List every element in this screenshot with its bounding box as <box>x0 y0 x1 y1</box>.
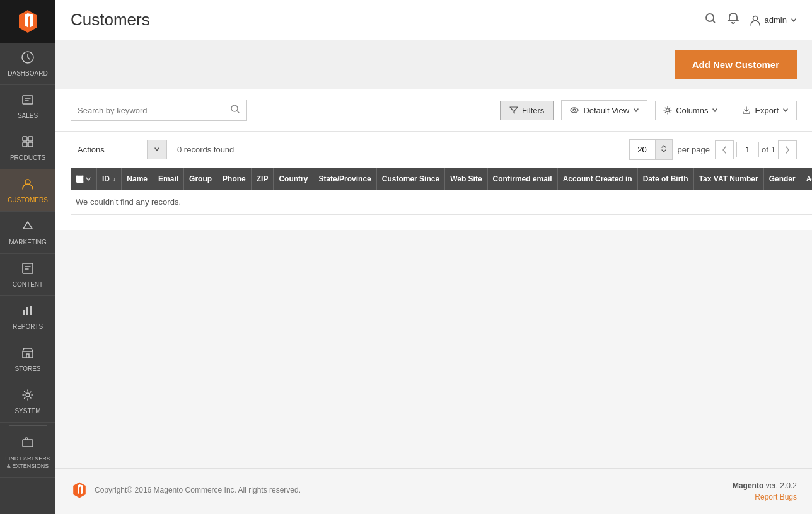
magento-logo-icon <box>15 9 40 34</box>
grid-toolbar: Filters Default View Columns Export <box>55 89 812 132</box>
svg-rect-7 <box>23 263 33 273</box>
sidebar-item-content-label: CONTENT <box>13 281 43 288</box>
sidebar-item-products-label: PRODUCTS <box>10 154 45 161</box>
marketing-icon <box>21 219 35 236</box>
sidebar-item-dashboard[interactable]: DASHBOARD <box>0 43 55 85</box>
sidebar-item-marketing[interactable]: MARKETING <box>0 212 55 254</box>
total-pages: 1 <box>771 145 775 154</box>
th-confirmed-email[interactable]: Confirmed email <box>487 168 557 190</box>
svg-point-12 <box>26 393 30 397</box>
th-tax-vat[interactable]: Tax VAT Number <box>693 168 763 190</box>
actions-dropdown-button[interactable] <box>147 140 166 159</box>
svg-rect-1 <box>23 96 33 104</box>
sidebar-item-customers[interactable]: CUSTOMERS <box>0 169 55 212</box>
th-state[interactable]: State/Province <box>313 168 376 190</box>
th-group[interactable]: Group <box>184 168 218 190</box>
sidebar-item-find-partners[interactable]: FIND PARTNERS & EXTENSIONS <box>0 428 55 478</box>
checkbox-arrow-icon[interactable] <box>85 176 91 182</box>
th-id[interactable]: ID ↓ <box>97 168 122 190</box>
pagination-controls: 20 per page 1 of 1 <box>629 139 797 160</box>
actions-select-wrapper: Actions <box>71 140 167 159</box>
th-gender[interactable]: Gender <box>763 168 801 190</box>
th-date-of-birth[interactable]: Date of Birth <box>637 168 693 190</box>
default-view-button[interactable]: Default View <box>561 100 647 120</box>
content-icon <box>21 261 35 278</box>
sidebar-item-sales[interactable]: SALES <box>0 85 55 127</box>
current-page-input[interactable]: 1 <box>736 142 759 157</box>
filter-icon <box>509 106 518 115</box>
sidebar: DASHBOARD SALES PRODUCTS CUSTOMERS MARKE… <box>0 0 55 514</box>
svg-point-15 <box>753 16 757 20</box>
search-submit-icon[interactable] <box>230 104 240 117</box>
per-page-label: per page <box>678 145 710 154</box>
th-email[interactable]: Email <box>153 168 184 190</box>
records-count: 0 records found <box>177 145 234 154</box>
reports-icon <box>21 304 35 321</box>
admin-username: admin <box>765 15 787 25</box>
search-input[interactable] <box>78 106 230 115</box>
th-customer-since[interactable]: Customer Since <box>376 168 444 190</box>
th-action[interactable]: Action <box>801 168 812 190</box>
chevron-down-icon <box>782 107 789 113</box>
svg-rect-4 <box>23 142 27 147</box>
footer: Copyright© 2016 Magento Commerce Inc. Al… <box>55 468 812 514</box>
next-page-button[interactable] <box>778 140 797 159</box>
chevron-down-icon <box>712 107 718 113</box>
sidebar-item-content[interactable]: CONTENT <box>0 254 55 296</box>
sidebar-item-stores[interactable]: STORES <box>0 338 55 380</box>
eye-icon <box>569 105 579 115</box>
prev-page-button[interactable] <box>715 140 734 159</box>
actions-select[interactable]: Actions <box>71 140 147 159</box>
system-icon <box>21 388 35 405</box>
add-new-customer-button[interactable]: Add New Customer <box>675 50 797 79</box>
th-zip[interactable]: ZIP <box>251 168 274 190</box>
sales-icon <box>21 93 35 110</box>
th-country[interactable]: Country <box>274 168 313 190</box>
chevron-down-icon <box>633 107 639 113</box>
svg-rect-5 <box>28 142 33 147</box>
notifications-icon[interactable] <box>727 12 740 28</box>
footer-magento-icon <box>71 481 88 499</box>
sidebar-item-stores-label: STORES <box>15 365 41 372</box>
export-button[interactable]: Export <box>734 101 797 120</box>
sidebar-item-customers-label: CUSTOMERS <box>8 197 48 203</box>
per-page-arrows-button[interactable] <box>655 140 672 159</box>
no-records-row: We couldn't find any records. <box>71 190 812 215</box>
customers-table: ID ↓ Name Email Group Phone ZIP Country … <box>71 168 812 215</box>
svg-point-18 <box>573 109 576 111</box>
th-phone[interactable]: Phone <box>218 168 252 190</box>
sidebar-logo <box>0 0 55 43</box>
sidebar-divider <box>9 425 47 426</box>
sort-indicator-id: ↓ <box>113 176 116 183</box>
th-name[interactable]: Name <box>122 168 153 190</box>
sidebar-item-system[interactable]: SYSTEM <box>0 380 55 423</box>
action-bar: Add New Customer <box>55 40 812 89</box>
sidebar-item-system-label: SYSTEM <box>14 408 40 414</box>
admin-user-menu[interactable]: admin <box>750 14 797 26</box>
svg-point-17 <box>571 108 578 113</box>
select-all-checkbox[interactable] <box>76 175 84 183</box>
sidebar-item-products[interactable]: PRODUCTS <box>0 127 55 169</box>
th-account-created[interactable]: Account Created in <box>557 168 637 190</box>
page-nav: 1 of 1 <box>715 140 797 159</box>
sidebar-item-partners-label: FIND PARTNERS & EXTENSIONS <box>3 455 52 470</box>
svg-rect-11 <box>23 351 33 358</box>
chevron-left-icon <box>722 146 727 154</box>
dashboard-icon <box>21 50 35 67</box>
content-area: Add New Customer Filters Default View <box>55 40 812 468</box>
per-page-input[interactable]: 20 <box>630 140 655 159</box>
report-bugs-link[interactable]: Report Bugs <box>733 493 797 501</box>
sidebar-item-marketing-label: MARKETING <box>9 239 46 246</box>
no-records-message: We couldn't find any records. <box>71 190 812 215</box>
filters-button[interactable]: Filters <box>500 101 554 120</box>
chevron-down-icon <box>154 146 160 152</box>
stores-icon <box>21 346 35 363</box>
search-icon[interactable] <box>704 12 717 28</box>
export-icon <box>742 106 751 115</box>
svg-point-19 <box>666 109 670 112</box>
th-web-site[interactable]: Web Site <box>445 168 487 190</box>
columns-button[interactable]: Columns <box>655 101 726 120</box>
sidebar-item-dashboard-label: DASHBOARD <box>8 70 47 77</box>
top-header: Customers admin <box>55 0 812 40</box>
sidebar-item-reports[interactable]: REPORTS <box>0 296 55 338</box>
